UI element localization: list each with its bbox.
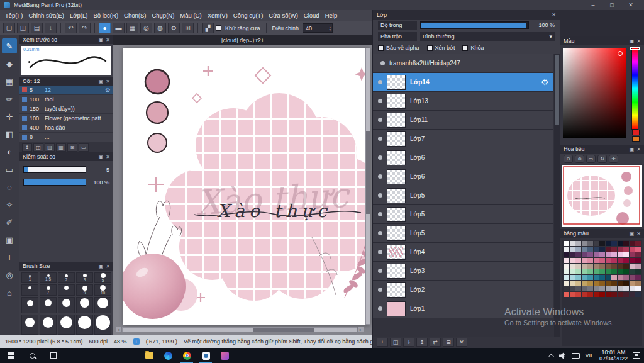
palette-swatch[interactable] (570, 286, 575, 291)
palette-swatch[interactable] (623, 286, 629, 291)
canvas[interactable]: Xào thực Xào thực (123, 48, 370, 325)
palette-swatch[interactable] (570, 252, 575, 257)
palette-swatch[interactable] (635, 252, 641, 257)
palette-swatch[interactable] (570, 258, 575, 263)
palette-swatch[interactable] (594, 269, 599, 274)
palette-swatch[interactable] (594, 264, 599, 269)
brush-list-item[interactable]: 100 Flower (geometric patt (19, 114, 113, 123)
menu-file[interactable]: Tệp(F) (5, 12, 23, 19)
brush-size-option[interactable]: 7 (40, 284, 57, 296)
panel-close-icon[interactable]: ✕ (106, 79, 110, 84)
layer-visibility-dot[interactable] (378, 288, 382, 292)
brush-delete-button[interactable]: ▭ (79, 143, 89, 152)
palette-swatch[interactable] (564, 281, 569, 286)
palette-swatch[interactable] (611, 269, 617, 274)
export-button[interactable]: ↓ (45, 23, 57, 33)
layer-row[interactable]: Lớp3 (373, 262, 553, 281)
antialias-checkbox[interactable] (216, 25, 221, 31)
palette-swatch[interactable] (587, 247, 593, 252)
hue-cursor[interactable] (630, 47, 640, 50)
alpha-protect-checkbox[interactable] (378, 45, 384, 51)
delete-layer-button[interactable]: ✕ (456, 338, 467, 347)
palette-swatch[interactable] (606, 252, 611, 257)
new-file-button[interactable]: ▢ (3, 23, 15, 33)
palette-swatch[interactable] (575, 247, 581, 252)
palette-swatch[interactable] (575, 264, 581, 269)
palette-swatch[interactable] (575, 258, 581, 263)
minimize-button[interactable]: – (584, 0, 602, 10)
palette-swatch[interactable] (618, 252, 623, 257)
palette-swatch[interactable] (635, 269, 641, 274)
palette-swatch[interactable] (635, 275, 641, 280)
palette-swatch[interactable] (611, 286, 617, 291)
layer-row[interactable]: Lớp6 (373, 148, 553, 167)
palette-swatch[interactable] (564, 241, 569, 246)
maximize-button[interactable]: □ (602, 0, 621, 10)
palette-swatch[interactable] (611, 241, 617, 246)
palette-swatch[interactable] (606, 286, 611, 291)
menu-layer[interactable]: Lớp(L) (70, 12, 87, 19)
layer-row[interactable]: Lớp4 (373, 243, 553, 262)
palette-swatch[interactable] (623, 281, 629, 286)
merge-down-button[interactable]: ↧ (403, 338, 414, 347)
clipping-checkbox[interactable] (427, 45, 433, 51)
palette-swatch[interactable] (582, 281, 587, 286)
palette-swatch[interactable] (606, 281, 611, 286)
pen-tool[interactable]: ✏ (2, 91, 17, 106)
brush-list-item[interactable]: 150 tuyết dày=)) (19, 104, 113, 114)
palette-swatch[interactable] (599, 275, 605, 280)
task-view-button[interactable] (43, 348, 64, 363)
snap-grid-button[interactable]: ⊞ (182, 23, 194, 33)
palette-swatch[interactable] (570, 292, 575, 297)
layer-visibility-dot[interactable] (378, 80, 382, 84)
palette-swatch[interactable] (599, 269, 605, 274)
palette-swatch[interactable] (587, 264, 593, 269)
palette-swatch[interactable] (618, 286, 623, 291)
palette-swatch[interactable] (594, 258, 599, 263)
palette-swatch[interactable] (582, 264, 587, 269)
menu-filter[interactable]: Bộ lọc(R) (93, 12, 118, 19)
undo-button[interactable]: ↶ (65, 23, 77, 33)
taskbar-file-explorer[interactable] (140, 348, 158, 363)
layer-visibility-dot[interactable] (378, 306, 382, 311)
layer-row[interactable]: Lớp5 (373, 224, 553, 243)
taskbar-medibang[interactable] (196, 348, 215, 363)
panel-close-icon[interactable]: ✕ (636, 231, 641, 237)
palette-swatch[interactable] (587, 281, 593, 286)
layer-visibility-dot[interactable] (380, 61, 385, 65)
palette-swatch[interactable] (564, 258, 569, 263)
menu-snap[interactable]: Chụp(N) (152, 12, 174, 19)
layer-row[interactable]: Lớp2 (373, 281, 553, 299)
move-layer-up-button[interactable]: ↥ (416, 338, 428, 347)
palette-swatch[interactable] (611, 264, 617, 269)
menu-window[interactable]: Cửa sổ(W) (269, 12, 297, 19)
adjust-spinner[interactable]: ▴▾ (330, 26, 331, 31)
brush-size-option[interactable]: 2 (58, 272, 75, 283)
scroll-left-arrow[interactable]: ◄ (116, 327, 121, 332)
panel-float-icon[interactable]: ▣ (99, 264, 104, 269)
layer-visibility-dot[interactable] (378, 118, 382, 122)
palette-swatch[interactable] (630, 252, 635, 257)
redo-button[interactable]: ↷ (79, 23, 91, 33)
palette-swatch[interactable] (599, 258, 605, 263)
layer-row[interactable]: Lớp13 (373, 92, 553, 111)
brush-size-option[interactable]: 3 (76, 272, 93, 283)
palette-swatch[interactable] (575, 275, 581, 280)
line-tool-button[interactable]: ▬ (113, 23, 125, 33)
palette-swatch[interactable] (582, 252, 587, 257)
palette-swatch[interactable] (582, 292, 587, 297)
palette-swatch[interactable] (618, 275, 623, 280)
palette-swatch[interactable] (606, 258, 611, 263)
panel-close-icon[interactable]: ✕ (636, 38, 641, 44)
rotate-view-button[interactable]: ↻ (597, 155, 607, 163)
brush-size-option[interactable] (58, 284, 75, 296)
palette-swatch[interactable] (582, 269, 587, 274)
brush-size-option[interactable] (94, 315, 111, 335)
brush-size-option[interactable] (76, 297, 93, 313)
path-tool[interactable]: ✐ (2, 215, 17, 230)
palette-swatch[interactable] (630, 292, 635, 297)
palette-swatch[interactable] (618, 258, 623, 263)
palette-swatch[interactable] (606, 264, 611, 269)
brush-list-item[interactable]: 8 ... (19, 133, 113, 142)
language-indicator[interactable]: VIE (585, 352, 594, 359)
